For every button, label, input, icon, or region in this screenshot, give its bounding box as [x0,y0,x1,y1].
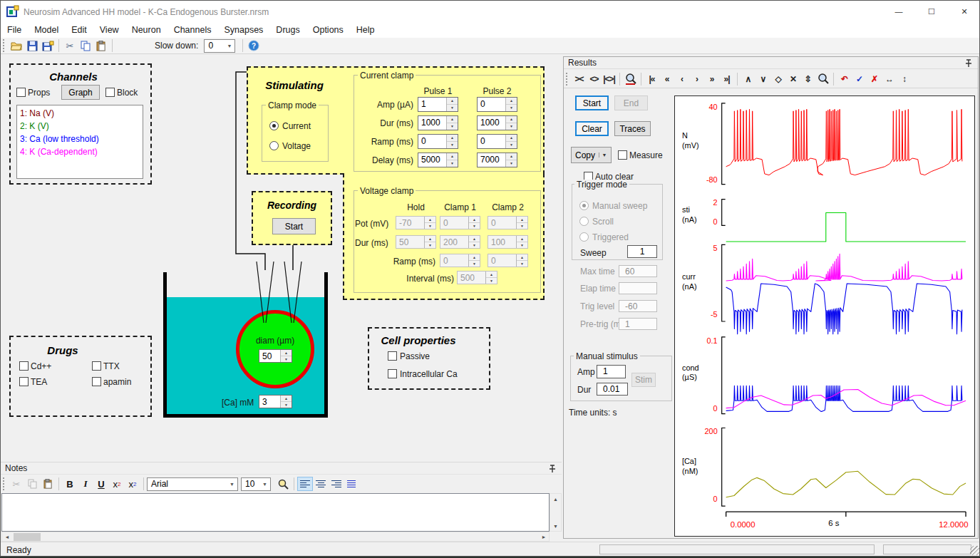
cellprop-checkbox-intracellular-ca[interactable] [388,369,397,378]
drug-checkbox-apamin[interactable] [92,377,101,386]
help-icon[interactable]: ? [246,39,262,53]
shift-up-icon[interactable]: ∧ [741,72,755,86]
menu-item-synapses[interactable]: Synapses [217,25,269,35]
minimize-button[interactable]: — [882,1,915,22]
notes-hscrollbar[interactable]: ◄ ► [1,532,550,542]
spin-up-icon[interactable]: ▲ [447,135,458,142]
spin-down-icon[interactable]: ▼ [517,242,527,248]
stim-dur-input[interactable]: 0.01 [597,383,628,396]
spin-up-icon[interactable]: ▲ [447,98,458,105]
vramp-0-spinner[interactable]: 0▲▼ [440,254,480,267]
ramp-pulse2-spinner-value[interactable]: 0 [478,135,505,148]
drug-checkbox-ttx[interactable] [92,361,101,371]
spin-up-icon[interactable]: ▲ [447,153,458,160]
clamp-mode-radio-current[interactable] [269,121,279,130]
menu-item-drugs[interactable]: Drugs [269,25,306,35]
superscript-button[interactable]: x2 [109,477,125,491]
spin-down-icon[interactable]: ▼ [447,123,458,130]
dur-pulse2-spinner[interactable]: 1000▲▼ [477,115,517,130]
chevron-down-icon[interactable]: ▼ [224,43,234,48]
measure-checkbox[interactable] [618,150,627,160]
graph-button[interactable]: Graph [61,85,100,100]
menu-item-view[interactable]: View [93,25,125,35]
recording-start-button[interactable]: Start [272,218,316,234]
ramp-pulse1-spinner[interactable]: 0▲▼ [418,134,458,149]
go-first-icon[interactable]: |« [644,72,659,86]
font-family-select[interactable]: Arial ▼ [147,477,238,491]
ca-conc-value[interactable]: 3 [259,396,280,408]
delete-icon[interactable]: ✗ [867,72,882,86]
chevron-down-icon[interactable]: ▼ [259,482,270,487]
shift-down-icon[interactable]: ∨ [755,72,770,86]
notes-toolbar-grip[interactable] [3,477,6,490]
subscript-button[interactable]: x2 [125,477,140,491]
pot-1-spinner-value[interactable]: 0 [440,217,468,229]
vdur-2-spinner[interactable]: 100▲▼ [488,235,528,249]
spin-down-icon[interactable]: ▼ [469,242,480,248]
field-input-triglevel[interactable]: -60 [619,300,657,312]
pot-1-spinner[interactable]: 0▲▼ [440,216,480,229]
spin-up-icon[interactable]: ▲ [517,236,527,242]
ramp-pulse1-spinner-value[interactable]: 0 [418,135,446,148]
cellprop-checkbox-passive[interactable] [388,351,397,361]
menu-item-file[interactable]: File [1,25,28,35]
field-input-maxtime[interactable]: 60 [619,265,657,277]
compress-x-icon[interactable]: >< [572,72,587,86]
zoom-x-icon[interactable] [623,72,638,86]
accept-icon[interactable]: ✓ [852,72,867,86]
vdur-1-spinner[interactable]: 200▲▼ [440,235,480,249]
results-clear-button[interactable]: Clear [575,121,609,136]
align-right-button[interactable] [329,477,344,491]
traces-button[interactable]: Traces [614,121,651,136]
spin-down-icon[interactable]: ▼ [447,105,458,111]
underline-button[interactable]: U [93,477,109,491]
vdur-0-spinner-value[interactable]: 50 [396,236,424,248]
chevron-down-icon[interactable]: ▼ [599,153,609,157]
copy-label[interactable]: Copy [572,150,599,160]
fit-x-icon[interactable]: |<>| [602,72,617,86]
vdur-2-spinner-value[interactable]: 100 [488,236,516,248]
spin-down-icon[interactable]: ▼ [517,223,527,229]
ramp-pulse2-spinner[interactable]: 0▲▼ [477,134,517,149]
amp-pulse1-spinner[interactable]: 1▲▼ [418,97,458,112]
menu-item-edit[interactable]: Edit [65,25,93,35]
compress-y-icon[interactable]: ✕ [785,72,800,86]
amp-pulse1-spinner-value[interactable]: 1 [418,98,446,111]
menu-item-model[interactable]: Model [28,25,65,35]
spin-up-icon[interactable]: ▲ [469,254,480,261]
spin-up-icon[interactable]: ▲ [506,135,517,142]
maximize-button[interactable]: ☐ [915,1,948,22]
pan-x-icon[interactable]: ↔ [882,72,897,86]
spin-up-icon[interactable]: ▲ [506,153,517,160]
spin-up-icon[interactable]: ▲ [506,98,517,105]
spin-up-icon[interactable]: ▲ [447,116,458,123]
vramp-0-spinner-value[interactable]: 0 [440,254,468,267]
expand-x-icon[interactable]: <> [587,72,602,86]
spin-up-icon[interactable]: ▲ [517,254,527,261]
spin-down-icon[interactable]: ▼ [281,402,292,408]
italic-button[interactable]: I [78,477,93,491]
expand-y-icon[interactable]: ◇ [770,72,785,86]
copy-icon[interactable] [78,39,93,53]
spin-up-icon[interactable]: ▲ [469,217,480,223]
diam-value[interactable]: 50 [259,350,280,362]
spin-down-icon[interactable]: ▼ [425,223,435,229]
spin-down-icon[interactable]: ▼ [517,261,527,267]
save-all-icon[interactable] [40,39,56,53]
dur-pulse1-spinner[interactable]: 1000▲▼ [418,115,458,130]
close-button[interactable]: ✕ [948,1,980,22]
vdur-1-spinner-value[interactable]: 200 [440,236,468,248]
fast-back-icon[interactable]: « [659,72,674,86]
props-checkbox[interactable] [16,88,26,97]
trigger-radio-triggered[interactable] [579,232,589,242]
field-input-elaptime[interactable] [619,282,657,294]
align-center-button[interactable] [313,477,329,491]
amp-pulse2-spinner-value[interactable]: 0 [478,98,505,111]
stim-button[interactable]: Stim [631,373,656,387]
trigger-radio-scroll[interactable] [579,217,589,226]
spin-down-icon[interactable]: ▼ [281,356,292,362]
spin-down-icon[interactable]: ▼ [486,278,497,284]
pot-0-spinner-value[interactable]: -70 [396,217,424,229]
go-last-icon[interactable]: »| [719,72,734,86]
spin-down-icon[interactable]: ▼ [469,223,480,229]
